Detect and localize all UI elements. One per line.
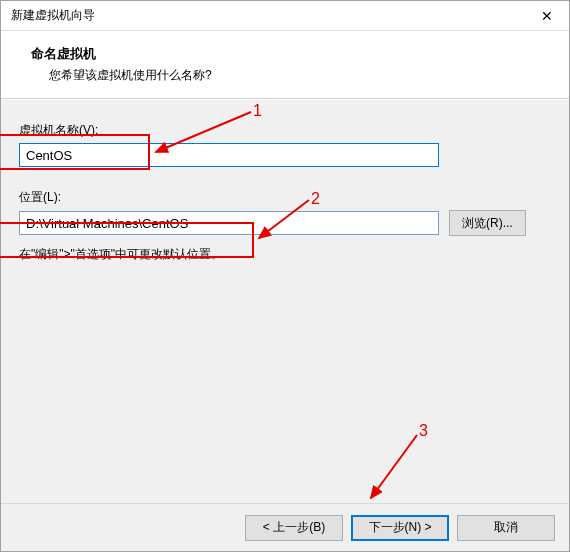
vm-name-input[interactable]: [19, 143, 439, 167]
page-subtitle: 您希望该虚拟机使用什么名称?: [31, 67, 559, 84]
annotation-number-3: 3: [419, 422, 428, 440]
back-button[interactable]: < 上一步(B): [245, 515, 343, 541]
location-label: 位置(L):: [19, 189, 551, 206]
window-title: 新建虚拟机向导: [11, 7, 95, 24]
next-button[interactable]: 下一步(N) >: [351, 515, 449, 541]
svg-line-3: [371, 435, 417, 498]
location-row: 浏览(R)...: [19, 210, 551, 236]
hint-text: 在"编辑">"首选项"中可更改默认位置。: [19, 246, 551, 263]
wizard-footer: < 上一步(B) 下一步(N) > 取消: [1, 503, 569, 551]
titlebar: 新建虚拟机向导 ✕: [1, 1, 569, 31]
cancel-button[interactable]: 取消: [457, 515, 555, 541]
close-button[interactable]: ✕: [524, 1, 569, 31]
annotation-number-1: 1: [253, 102, 262, 120]
location-input[interactable]: [19, 211, 439, 235]
wizard-content: 虚拟机名称(V): 位置(L): 浏览(R)... 在"编辑">"首选项"中可更…: [1, 99, 569, 503]
close-icon: ✕: [541, 8, 553, 24]
wizard-window: 新建虚拟机向导 ✕ 命名虚拟机 您希望该虚拟机使用什么名称? 虚拟机名称(V):…: [0, 0, 570, 552]
page-title: 命名虚拟机: [31, 45, 559, 63]
wizard-header: 命名虚拟机 您希望该虚拟机使用什么名称?: [1, 31, 569, 99]
vm-name-label: 虚拟机名称(V):: [19, 122, 551, 139]
browse-button[interactable]: 浏览(R)...: [449, 210, 526, 236]
